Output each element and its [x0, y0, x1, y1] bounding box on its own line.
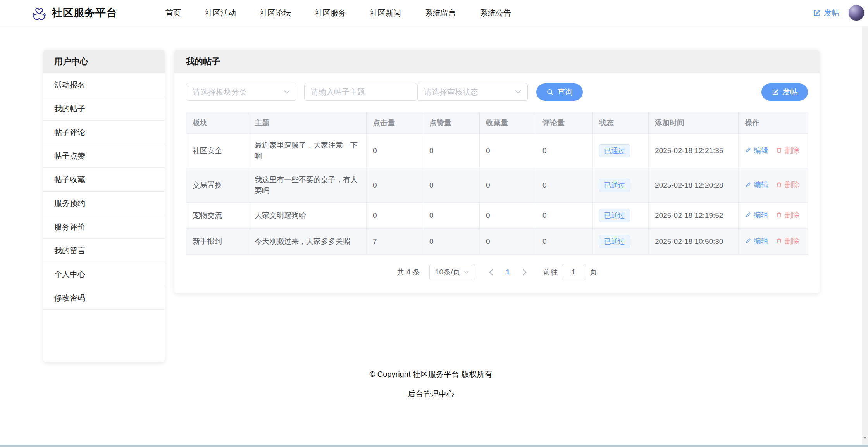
trash-icon [776, 147, 782, 154]
sidebar-item-service-review[interactable]: 服务评价 [43, 215, 165, 239]
nav-service[interactable]: 社区服务 [315, 8, 346, 18]
table-row: 新手报到 今天刚搬过来，大家多多关照 7 0 0 0 已通过 2025-02-1… [186, 229, 808, 255]
pencil-icon [745, 238, 751, 244]
page-footer: © Copyright 社区服务平台 版权所有 后台管理中心 [0, 369, 862, 399]
col-favorites: 收藏量 [480, 112, 536, 134]
heart-hands-logo-icon [30, 4, 48, 22]
col-actions: 操作 [739, 112, 808, 134]
pencil-icon [745, 212, 751, 218]
sidebar-item-post-comments[interactable]: 帖子评论 [43, 121, 165, 144]
delete-link[interactable]: 删除 [776, 179, 799, 190]
table-row: 社区安全 最近家里遭贼了，大家注意一下啊 0 0 0 0 已通过 2025-02… [186, 134, 808, 168]
scroll-down-arrow-icon[interactable] [863, 437, 867, 439]
posts-table: 板块 主题 点击量 点赞量 收藏量 评论量 状态 添加时间 操作 社区安全 最近… [186, 112, 808, 255]
sidebar-item-profile[interactable]: 个人中心 [43, 262, 165, 286]
goto-page-input[interactable] [562, 264, 586, 280]
page-size-select[interactable]: 10条/页 [429, 264, 475, 280]
table-row: 交易置换 我这里有一些不要的桌子，有人要吗 0 0 0 0 已通过 2025-0… [186, 168, 808, 203]
delete-link[interactable]: 删除 [776, 236, 799, 247]
edit-square-icon [772, 88, 779, 96]
top-header: 社区服务平台 首页 社区活动 社区论坛 社区服务 社区新闻 系统留言 系统公告 … [0, 0, 868, 26]
query-button[interactable]: 查询 [536, 83, 583, 101]
nav-message[interactable]: 系统留言 [425, 8, 456, 18]
status-badge: 已通过 [599, 209, 630, 222]
search-icon [546, 88, 554, 96]
trash-icon [776, 212, 782, 218]
sidebar-title: 用户中心 [43, 50, 165, 73]
col-status: 状态 [593, 112, 649, 134]
goto-label: 前往 [543, 267, 558, 277]
sidebar-item-post-favorites[interactable]: 帖子收藏 [43, 168, 165, 192]
edit-square-icon [813, 9, 821, 17]
total-count: 共 4 条 [397, 267, 420, 277]
copyright-text: © Copyright 社区服务平台 版权所有 [0, 369, 862, 380]
nav-news[interactable]: 社区新闻 [370, 8, 401, 18]
status-badge: 已通过 [599, 144, 630, 157]
edit-link[interactable]: 编辑 [745, 145, 768, 156]
col-board: 板块 [186, 112, 248, 134]
delete-link[interactable]: 删除 [776, 210, 799, 221]
trash-icon [776, 181, 782, 188]
col-topic: 主题 [248, 112, 367, 134]
sidebar-item-my-messages[interactable]: 我的留言 [43, 239, 165, 262]
col-clicks: 点击量 [367, 112, 423, 134]
audit-status-placeholder: 请选择审核状态 [424, 87, 515, 97]
audit-status-select[interactable]: 请选择审核状态 [417, 83, 528, 101]
user-center-sidebar: 用户中心 活动报名 我的帖子 帖子评论 帖子点赞 帖子收藏 服务预约 服务评价 … [43, 50, 165, 362]
status-badge: 已通过 [599, 179, 630, 192]
nav-activity[interactable]: 社区活动 [205, 8, 236, 18]
table-row: 宠物交流 大家文明遛狗哈 0 0 0 0 已通过 2025-02-18 12:1… [186, 203, 808, 229]
sidebar-item-change-password[interactable]: 修改密码 [43, 286, 165, 310]
board-category-placeholder: 请选择板块分类 [193, 87, 284, 97]
pencil-icon [745, 181, 751, 188]
edit-link[interactable]: 编辑 [745, 179, 768, 190]
col-comments: 评论量 [536, 112, 593, 134]
page-unit-label: 页 [590, 267, 597, 277]
header-post-link[interactable]: 发帖 [813, 8, 839, 18]
next-page-button[interactable] [516, 264, 533, 280]
chevron-down-icon [515, 90, 521, 94]
brand[interactable]: 社区服务平台 [30, 4, 117, 22]
chevron-down-icon [284, 90, 290, 94]
col-time: 添加时间 [649, 112, 739, 134]
chevron-left-icon [489, 269, 493, 276]
col-likes: 点赞量 [423, 112, 480, 134]
nav-notice[interactable]: 系统公告 [480, 8, 511, 18]
prev-page-button[interactable] [483, 264, 500, 280]
user-avatar[interactable] [848, 4, 865, 21]
chevron-down-icon [464, 271, 469, 274]
sidebar-item-my-posts[interactable]: 我的帖子 [43, 97, 165, 121]
page-number-1[interactable]: 1 [500, 268, 516, 276]
horizontal-scrollbar[interactable] [0, 445, 868, 447]
sidebar-item-service-booking[interactable]: 服务预约 [43, 192, 165, 215]
panel-title: 我的帖子 [174, 50, 820, 73]
pencil-icon [745, 147, 751, 154]
delete-link[interactable]: 删除 [776, 145, 799, 156]
table-header-row: 板块 主题 点击量 点赞量 收藏量 评论量 状态 添加时间 操作 [186, 112, 808, 134]
pagination: 共 4 条 10条/页 1 前往 页 [186, 264, 808, 280]
filter-bar: 请选择板块分类 请选择审核状态 查询 发帖 [186, 83, 808, 101]
admin-center-link[interactable]: 后台管理中心 [0, 389, 862, 399]
top-nav: 首页 社区活动 社区论坛 社区服务 社区新闻 系统留言 系统公告 [165, 8, 511, 18]
edit-link[interactable]: 编辑 [745, 236, 768, 247]
edit-link[interactable]: 编辑 [745, 210, 768, 221]
brand-title: 社区服务平台 [52, 6, 117, 20]
nav-home[interactable]: 首页 [165, 8, 181, 18]
nav-forum[interactable]: 社区论坛 [260, 8, 291, 18]
board-category-select[interactable]: 请选择板块分类 [186, 83, 296, 101]
trash-icon [776, 238, 782, 244]
my-posts-panel: 我的帖子 请选择板块分类 请选择审核状态 查询 发帖 [174, 50, 820, 293]
status-badge: 已通过 [599, 235, 630, 248]
post-button[interactable]: 发帖 [761, 83, 808, 101]
sidebar-item-activity-signup[interactable]: 活动报名 [43, 73, 165, 97]
vertical-scrollbar[interactable] [862, 26, 868, 445]
chevron-right-icon [522, 269, 527, 276]
topic-search-input[interactable] [304, 83, 417, 101]
sidebar-item-post-likes[interactable]: 帖子点赞 [43, 144, 165, 168]
